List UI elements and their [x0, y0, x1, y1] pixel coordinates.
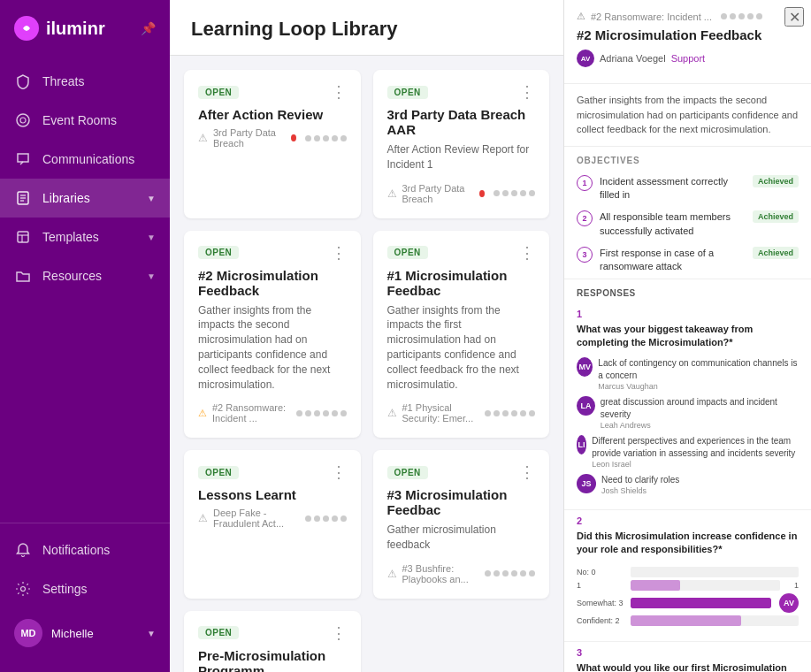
user-item[interactable]: MD Michelle ▼: [0, 608, 170, 658]
responses-label: RESPONSES: [564, 279, 811, 303]
progress-dot: [511, 190, 517, 196]
logo-text: iluminr: [46, 19, 105, 39]
response-author: Josh Shields: [601, 486, 679, 495]
progress-dot: [305, 515, 311, 522]
response-text: great discussion around impacts and inci…: [601, 396, 799, 421]
progress-dot: [323, 135, 329, 141]
breadcrumb-dot: [738, 13, 745, 19]
card-title: After Action Review: [198, 107, 347, 122]
cards-grid: OPEN ⋮ After Action Review ⚠ 3rd Party D…: [170, 56, 563, 672]
bar-track: [631, 615, 799, 626]
card-status-badge: OPEN: [198, 86, 239, 99]
folder-icon: [14, 267, 32, 285]
detail-description: Gather insights from the impacts the sec…: [564, 84, 811, 147]
card-menu-button[interactable]: ⋮: [519, 84, 535, 100]
response-avatar: LI: [577, 435, 586, 454]
sidebar-item-notifications[interactable]: Notifications: [0, 531, 170, 569]
card-threat: #1 Physical Security: Emer...: [402, 402, 477, 424]
card-title: Lessons Learnt: [198, 487, 347, 502]
bar-fill: [631, 615, 741, 626]
response-author: Marcus Vaughan: [598, 382, 799, 391]
response-item: JS Need to clarify roles Josh Shields: [577, 474, 799, 495]
pin-icon: 📌: [141, 21, 156, 35]
author-role: Support: [671, 53, 706, 64]
sidebar-item-libraries-label: Libraries: [42, 191, 90, 205]
author-avatar: AV: [577, 50, 594, 67]
bar-label: Somewhat: 3: [577, 599, 625, 607]
progress-dot: [493, 410, 500, 416]
card-status-badge: OPEN: [387, 86, 428, 99]
card-menu-button[interactable]: ⋮: [331, 464, 347, 480]
card-micro1-feedback[interactable]: OPEN ⋮ #1 Microsimulation Feedbac Gather…: [373, 231, 550, 439]
response-text: Lack of contingency on communication cha…: [598, 357, 799, 382]
alert-icon: ⚠: [387, 407, 397, 419]
card-desc: Gather insights from the impacts the sec…: [198, 303, 347, 393]
sidebar-item-event-rooms-label: Event Rooms: [42, 113, 117, 127]
response-text: Different perspectives and experiences i…: [592, 435, 799, 460]
card-menu-button[interactable]: ⋮: [331, 84, 347, 100]
card-status-badge: OPEN: [198, 466, 239, 479]
bar-label: Confident: 2: [577, 616, 625, 625]
progress-dot: [314, 515, 320, 522]
progress-dot: [529, 190, 535, 196]
progress-dot: [529, 410, 535, 416]
chevron-right-icon2: ▼: [147, 271, 156, 281]
card-menu-button[interactable]: ⋮: [519, 245, 535, 261]
progress-dot: [340, 515, 347, 522]
obj-num: 1: [577, 175, 593, 191]
progress-dot: [520, 570, 526, 577]
bar-track: [631, 598, 771, 608]
card-status-badge: OPEN: [387, 246, 428, 259]
sidebar-item-libraries[interactable]: Libraries ▼: [0, 179, 170, 218]
card-menu-button[interactable]: ⋮: [331, 625, 347, 641]
card-pre-micro[interactable]: OPEN ⋮ Pre-Microsimulation Programm Capt…: [184, 611, 361, 672]
svg-rect-7: [18, 232, 28, 242]
close-button[interactable]: ✕: [784, 7, 804, 27]
progress-dot: [305, 410, 311, 416]
sidebar-item-threats[interactable]: Threats: [0, 62, 170, 101]
card-micro3-feedback[interactable]: OPEN ⋮ #3 Microsimulation Feedbac Gather…: [373, 450, 550, 599]
chat-icon: [14, 150, 32, 168]
sidebar-item-event-rooms[interactable]: Event Rooms: [0, 101, 170, 140]
card-3rd-party-aar[interactable]: OPEN ⋮ 3rd Party Data Breach AAR After A…: [373, 70, 550, 218]
bar-row: 1 1: [577, 580, 799, 591]
bar-label: 1: [577, 581, 625, 590]
user-chevron-icon: ▼: [147, 629, 156, 638]
card-status-badge: OPEN: [198, 626, 239, 639]
obj-text: Incident assessment correctly filled in: [600, 175, 746, 202]
card-threat: #2 Ransomware: Incident ...: [212, 402, 287, 424]
response-avatar: LA: [577, 396, 595, 416]
sidebar-item-communications[interactable]: Communications: [0, 140, 170, 179]
card-desc: After Action Review Report for Incident …: [387, 142, 536, 172]
card-title: 3rd Party Data Breach AAR: [387, 107, 536, 137]
main-content: Learning Loop Library OPEN ⋮ After Actio…: [170, 0, 563, 672]
progress-dot: [314, 410, 320, 416]
card-threat: #3 Bushfire: Playbooks an...: [402, 563, 477, 584]
progress-dot: [520, 410, 526, 416]
sidebar: iluminr 📌 Threats Event Rooms: [0, 0, 170, 672]
card-menu-button[interactable]: ⋮: [331, 245, 347, 261]
bell-icon: [14, 541, 32, 559]
progress-dot: [485, 570, 491, 577]
progress-dot: [493, 570, 500, 577]
breadcrumb-dot: [730, 13, 736, 19]
bar-label: No: 0: [577, 568, 625, 577]
progress-dot: [511, 570, 517, 577]
sidebar-item-templates[interactable]: Templates ▼: [0, 218, 170, 256]
response-item: MV Lack of contingency on communication …: [577, 357, 799, 391]
card-micro2-feedback[interactable]: OPEN ⋮ #2 Microsimulation Feedback Gathe…: [184, 231, 361, 439]
sidebar-item-resources[interactable]: Resources ▼: [0, 256, 170, 295]
card-lessons-learnt[interactable]: OPEN ⋮ Lessons Learnt ⚠ Deep Fake - Frau…: [184, 450, 361, 599]
breadcrumb-dot: [747, 13, 754, 19]
progress-dot: [529, 570, 535, 577]
card-menu-button[interactable]: ⋮: [519, 464, 535, 480]
red-dot: [479, 190, 485, 197]
q2-num: 2: [577, 515, 799, 526]
card-after-action-review[interactable]: OPEN ⋮ After Action Review ⚠ 3rd Party D…: [184, 70, 361, 218]
logo-area: iluminr 📌: [0, 0, 170, 55]
alert-icon: ⚠: [198, 132, 208, 144]
response-avatar: JS: [577, 474, 596, 493]
sidebar-item-communications-label: Communications: [42, 152, 134, 166]
sidebar-item-settings[interactable]: Settings: [0, 569, 170, 608]
breadcrumb-text: #2 Ransomware: Incident ...: [591, 11, 712, 22]
